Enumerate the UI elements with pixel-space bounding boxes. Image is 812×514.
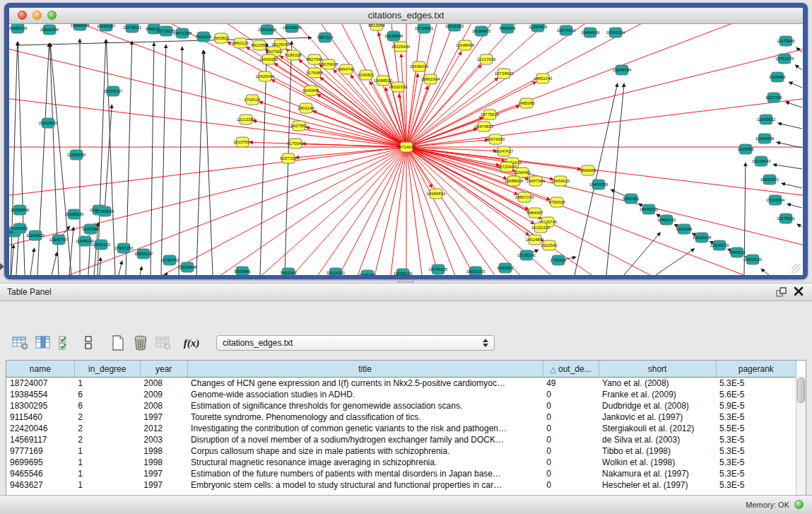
- table-cell[interactable]: 5.3E-5: [716, 378, 796, 390]
- graph-node[interactable]: 12213389: [237, 115, 256, 124]
- function-builder-icon[interactable]: f(x): [181, 334, 202, 352]
- graph-node[interactable]: 9845512: [729, 247, 746, 257]
- graph-node[interactable]: 2718126: [244, 95, 261, 105]
- graph-node[interactable]: 16782753: [160, 255, 180, 265]
- graph-node[interactable]: 9425904: [499, 24, 516, 33]
- graph-node[interactable]: 13942757: [49, 235, 69, 245]
- graph-node[interactable]: 8170041: [287, 139, 304, 148]
- memory-status-indicator[interactable]: [794, 500, 804, 509]
- graph-node[interactable]: 15610438: [693, 233, 712, 243]
- graph-node[interactable]: 8267150: [280, 153, 297, 163]
- table-cell[interactable]: 1997: [140, 468, 187, 479]
- table-row[interactable]: 2242004622012Investigating the contribut…: [6, 423, 796, 434]
- graph-node[interactable]: 9427552: [290, 121, 307, 131]
- close-panel-icon[interactable]: [794, 286, 804, 299]
- table-cell[interactable]: 0: [543, 457, 599, 468]
- panel-layout-icon[interactable]: [78, 334, 99, 352]
- graph-node[interactable]: 10031203: [445, 24, 464, 31]
- table-cell[interactable]: Tibbo et al. (1998): [599, 445, 716, 457]
- table-row[interactable]: 977716911998Corpus callosum shape and si…: [6, 445, 796, 457]
- table-cell[interactable]: Jankovic et al. (1997): [599, 411, 716, 423]
- table-cell[interactable]: Estimation of the future numbers of pati…: [187, 468, 543, 479]
- citation-network-graph[interactable]: 2405572420691406194049381065328715278021…: [9, 24, 803, 275]
- table-cell[interactable]: 1997: [140, 479, 187, 491]
- table-cell[interactable]: 1997: [140, 411, 187, 423]
- graph-node[interactable]: 9297588: [82, 224, 99, 234]
- table-selector-dropdown[interactable]: citations_edges.txt: [216, 335, 495, 351]
- graph-node[interactable]: 18107554: [233, 137, 252, 147]
- new-file-icon[interactable]: [107, 334, 129, 352]
- table-cell[interactable]: Corpus callosum shape and size in male p…: [187, 445, 543, 457]
- graph-node[interactable]: 25260650: [11, 205, 30, 215]
- table-cell[interactable]: Genome-wide association studies in ADHD.: [187, 389, 543, 400]
- table-cell[interactable]: 2: [74, 411, 140, 423]
- graph-node[interactable]: 12444158: [755, 134, 775, 144]
- graph-node[interactable]: 4150561: [11, 223, 28, 233]
- table-cell[interactable]: Nakamura et al. (1997): [599, 468, 716, 479]
- graph-node[interactable]: 12505153: [92, 240, 111, 250]
- network-canvas[interactable]: 2405572420691406194049381065328715278021…: [9, 24, 803, 275]
- graph-node[interactable]: 8454743: [338, 64, 355, 74]
- network-window-titlebar[interactable]: citations_edges.txt: [9, 8, 803, 24]
- float-panel-icon[interactable]: [775, 286, 787, 300]
- graph-node[interactable]: 9227343: [765, 93, 782, 103]
- graph-node[interactable]: 23910930: [39, 118, 58, 128]
- table-cell[interactable]: 5.3E-5: [716, 457, 796, 468]
- table-cell[interactable]: 5.3E-5: [716, 445, 796, 457]
- graph-node[interactable]: 20301925: [258, 25, 277, 35]
- graph-node[interactable]: 11675301: [777, 214, 796, 223]
- table-cell[interactable]: 18724007: [6, 378, 74, 390]
- table-cell[interactable]: 1: [74, 457, 140, 468]
- table-cell[interactable]: de Silva et al. (2003): [599, 434, 716, 445]
- column-header-year[interactable]: year: [140, 361, 187, 378]
- table-cell[interactable]: 5.5E-5: [716, 423, 796, 434]
- table-cell[interactable]: 9777169: [6, 445, 74, 457]
- table-row[interactable]: 969969511998Structural magnetic resonanc…: [6, 457, 796, 468]
- graph-node[interactable]: 16409358: [589, 180, 608, 189]
- graph-node[interactable]: 18325404: [392, 42, 411, 52]
- table-cell[interactable]: 6: [74, 389, 140, 400]
- graph-node[interactable]: 9242843: [302, 86, 319, 95]
- graph-node[interactable]: 7693343: [280, 268, 297, 275]
- graph-node[interactable]: 15278021: [123, 24, 142, 33]
- table-cell[interactable]: Embryonic stem cells: a model to study s…: [187, 479, 543, 491]
- table-cell[interactable]: 18300295: [6, 400, 74, 411]
- table-cell[interactable]: 1: [74, 378, 140, 390]
- table-cell[interactable]: 19384554: [6, 389, 74, 400]
- table-cell[interactable]: 2: [74, 434, 140, 445]
- graph-node[interactable]: 2803144: [298, 103, 314, 113]
- resize-grip-icon[interactable]: [792, 264, 801, 273]
- graph-node[interactable]: 1215955: [737, 144, 754, 154]
- graph-node[interactable]: 18184905: [472, 26, 491, 36]
- table-row[interactable]: 946554611997Estimation of the future num…: [6, 468, 796, 479]
- table-cell[interactable]: Yano et al. (2008): [599, 378, 716, 390]
- graph-node[interactable]: 12574419: [557, 25, 576, 35]
- table-cell[interactable]: Dudbridge et al. (2008): [599, 400, 716, 411]
- graph-node[interactable]: 16474823: [475, 122, 494, 132]
- graph-node[interactable]: 12217939: [477, 54, 496, 64]
- graph-node[interactable]: 11173045: [777, 36, 795, 46]
- graph-node[interactable]: 19734903: [495, 69, 514, 78]
- graph-node[interactable]: 15692971: [760, 175, 779, 185]
- column-header-pagerank[interactable]: pagerank: [716, 361, 796, 378]
- graph-node[interactable]: 16958107: [134, 249, 153, 259]
- graph-node[interactable]: 24055724: [9, 24, 28, 33]
- table-row[interactable]: 1830029562008Estimation of significance …: [6, 400, 796, 411]
- graph-node[interactable]: 10974383: [486, 134, 505, 144]
- table-cell[interactable]: Estimation of significance thresholds fo…: [187, 400, 543, 411]
- table-cell[interactable]: 2012: [140, 423, 187, 434]
- table-cell[interactable]: Wolkin et al. (1998): [599, 457, 716, 468]
- graph-node[interactable]: 12461550: [67, 150, 86, 160]
- graph-node[interactable]: 24501120: [743, 255, 763, 264]
- graph-node[interactable]: 12093832: [757, 115, 776, 124]
- graph-node[interactable]: 9984067: [526, 208, 543, 218]
- table-cell[interactable]: 5.3E-5: [716, 468, 796, 479]
- graph-node[interactable]: 19404938: [71, 24, 90, 30]
- table-cell[interactable]: 1998: [140, 457, 187, 468]
- graph-node[interactable]: 16648784: [613, 65, 632, 75]
- graph-node[interactable]: 9329966: [769, 72, 786, 82]
- row-selection-icon[interactable]: [55, 334, 76, 352]
- graph-node[interactable]: 9146821: [358, 70, 375, 80]
- delete-icon[interactable]: [130, 334, 151, 352]
- table-scrollbar[interactable]: [796, 376, 806, 495]
